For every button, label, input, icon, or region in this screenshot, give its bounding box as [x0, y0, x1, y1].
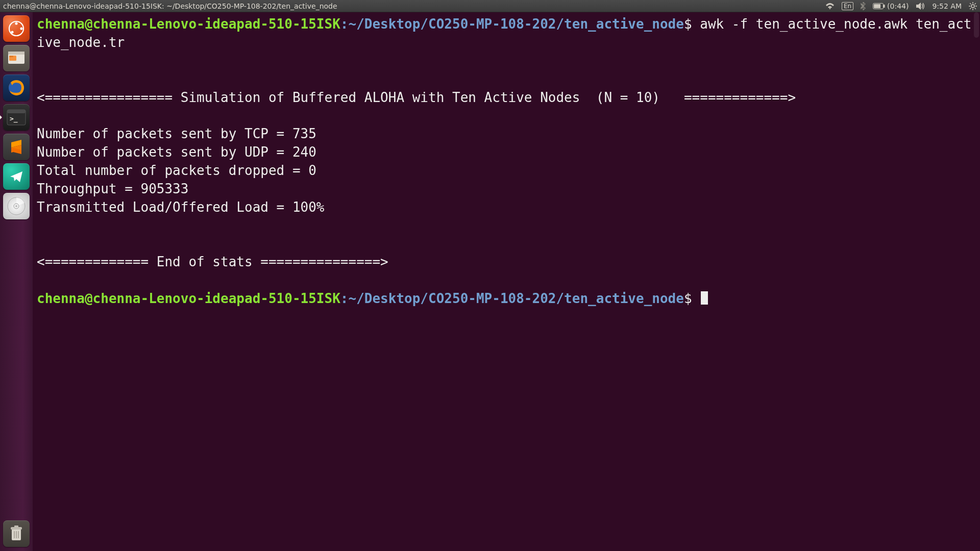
window-title: chenna@chenna-Lenovo-ideapad-510-15ISK: … [3, 2, 337, 10]
svg-point-14 [20, 27, 22, 30]
trash-icon[interactable] [3, 520, 30, 547]
telegram-icon[interactable] [3, 163, 30, 190]
svg-rect-29 [14, 525, 18, 528]
wifi-icon[interactable] [825, 3, 835, 10]
svg-point-15 [11, 31, 13, 33]
system-tray: En (0:44) 9:52 AM [825, 2, 977, 10]
svg-text:>_: >_ [10, 115, 18, 123]
scrollbar-thumb[interactable] [974, 12, 979, 38]
battery-time-label: (0:44) [887, 2, 909, 10]
volume-icon[interactable] [916, 3, 925, 10]
clock-label[interactable]: 9:52 AM [932, 2, 962, 10]
svg-point-13 [15, 22, 17, 24]
terminal-content[interactable]: chenna@chenna-Lenovo-ideapad-510-15ISK:~… [33, 12, 980, 551]
battery-indicator[interactable]: (0:44) [873, 2, 909, 10]
svg-rect-17 [8, 52, 24, 55]
svg-rect-2 [874, 4, 880, 8]
dash-icon[interactable] [3, 15, 30, 42]
prompt-dollar: $ [684, 16, 692, 32]
settings-gear-icon[interactable] [969, 2, 977, 10]
svg-line-8 [970, 3, 971, 4]
unity-launcher: >_ [0, 12, 33, 551]
terminal-icon[interactable]: >_ [3, 104, 30, 131]
workspace: >_ chenna@chenna-Lenovo-ideapad-510-15IS… [0, 12, 980, 551]
svg-rect-19 [9, 56, 13, 57]
svg-line-11 [975, 3, 976, 4]
terminal-output: <================ Simulation of Buffered… [37, 90, 796, 270]
svg-line-10 [970, 8, 971, 9]
prompt-sep: : [340, 16, 349, 32]
bluetooth-icon[interactable] [861, 2, 866, 10]
terminal-window[interactable]: chenna@chenna-Lenovo-ideapad-510-15ISK:~… [33, 12, 980, 551]
prompt-path: ~/Desktop/CO250-MP-108-202/ten_active_no… [348, 16, 683, 32]
cursor-block [701, 291, 708, 305]
svg-rect-1 [884, 5, 885, 8]
top-menubar: chenna@chenna-Lenovo-ideapad-510-15ISK: … [0, 0, 980, 12]
svg-rect-22 [7, 110, 26, 113]
svg-point-26 [15, 205, 17, 207]
prompt-user: chenna@chenna-Lenovo-ideapad-510-15ISK [37, 16, 340, 32]
disc-icon[interactable] [3, 193, 30, 219]
svg-line-9 [975, 8, 976, 9]
files-icon[interactable] [3, 45, 30, 71]
prompt-user-2: chenna@chenna-Lenovo-ideapad-510-15ISK [37, 291, 340, 306]
svg-point-3 [971, 5, 974, 8]
command-text [692, 16, 700, 32]
firefox-icon[interactable] [3, 74, 30, 101]
sublime-icon[interactable] [3, 134, 30, 160]
language-indicator[interactable]: En [842, 2, 853, 10]
prompt-path-2: ~/Desktop/CO250-MP-108-202/ten_active_no… [348, 291, 683, 306]
